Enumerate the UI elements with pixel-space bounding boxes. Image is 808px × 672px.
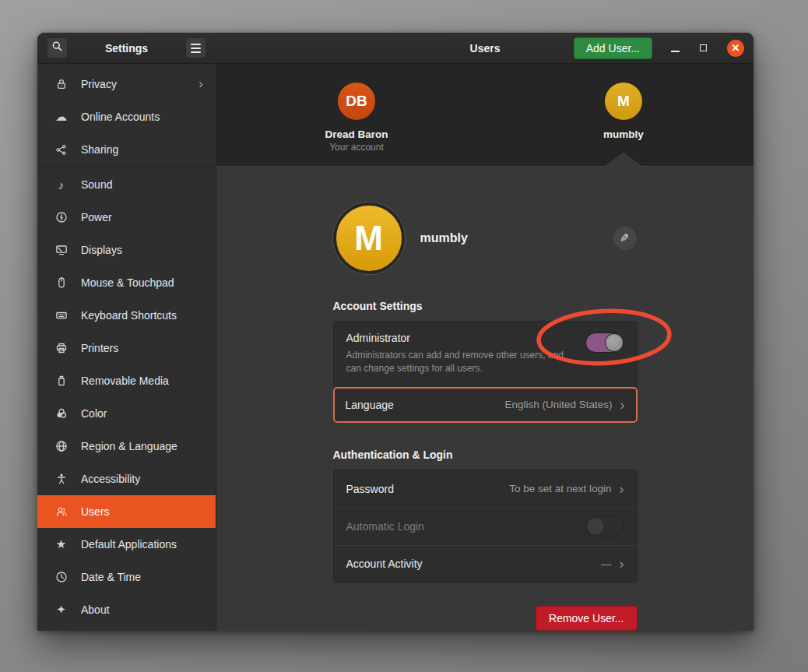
language-value: English (United States): [504, 399, 612, 410]
keyboard-icon: [54, 309, 68, 322]
toggle-knob: [605, 333, 624, 352]
administrator-label: Administrator: [346, 332, 624, 344]
user-detail-panel: M mumbly ✎ Account Settings Administrato…: [216, 166, 754, 631]
sidebar-item-region-language[interactable]: Region & Language: [37, 430, 216, 463]
language-label: Language: [346, 399, 394, 411]
maximize-icon[interactable]: [700, 44, 707, 51]
primary-menu-button[interactable]: [185, 37, 206, 58]
account-activity-label: Account Activity: [346, 558, 423, 570]
automatic-login-row: Automatic Login: [334, 508, 637, 545]
sidebar-item-mouse-touchpad[interactable]: Mouse & Touchpad: [37, 266, 216, 299]
administrator-row: Administrator Administrators can add and…: [334, 322, 637, 387]
administrator-toggle[interactable]: [585, 332, 624, 353]
selected-account-pointer: [606, 153, 641, 167]
rename-user-button[interactable]: ✎: [613, 226, 638, 251]
sidebar-item-color[interactable]: Color: [37, 397, 216, 430]
headerbar-main-section: Users Add User... ✕: [216, 33, 754, 63]
settings-window: Settings Users Add User... ✕: [37, 33, 754, 631]
profile-username: mumbly: [420, 231, 468, 245]
sidebar-item-default-applications[interactable]: ★ Default Applications: [37, 528, 216, 561]
toggle-knob: [586, 517, 605, 536]
sidebar: Privacy › ☁ Online Accounts Sharing ♪ So…: [37, 64, 216, 631]
sidebar-item-sound[interactable]: ♪ Sound: [37, 168, 216, 201]
printer-icon: [54, 342, 68, 355]
profile-avatar[interactable]: M: [333, 202, 405, 274]
account-activity-row[interactable]: Account Activity — ›: [334, 545, 637, 582]
automatic-login-label: Automatic Login: [346, 520, 424, 533]
account-name: mumbly: [561, 128, 686, 140]
sidebar-item-date-time[interactable]: Date & Time: [37, 561, 216, 593]
user-carousel: DB Dread Baron Your account M mumbly: [216, 64, 754, 166]
search-button[interactable]: [47, 37, 68, 58]
color-circles-icon: [54, 407, 68, 420]
account-name: Dread Baron: [294, 128, 419, 140]
mouse-icon: [54, 276, 68, 290]
desktop: Settings Users Add User... ✕: [0, 0, 808, 672]
sidebar-divider: [37, 167, 216, 167]
chevron-right-icon: ›: [198, 76, 203, 92]
sidebar-item-removable-media[interactable]: Removable Media: [37, 364, 216, 397]
password-value: To be set at next login: [509, 483, 611, 494]
avatar[interactable]: M: [605, 83, 642, 120]
account-dread-baron[interactable]: DB Dread Baron Your account: [294, 83, 419, 153]
close-icon[interactable]: ✕: [727, 40, 744, 57]
password-label: Password: [346, 483, 394, 495]
account-mumbly[interactable]: M mumbly: [561, 83, 686, 140]
headerbar-sidebar-section: Settings: [37, 33, 216, 63]
minimize-icon[interactable]: [671, 51, 680, 52]
avatar[interactable]: DB: [338, 83, 375, 120]
sidebar-item-online-accounts[interactable]: ☁ Online Accounts: [37, 100, 216, 133]
users-panel: DB Dread Baron Your account M mumbly M: [216, 64, 754, 631]
chevron-right-icon: ›: [620, 482, 624, 496]
sidebar-item-about[interactable]: ✦ About: [37, 593, 216, 626]
flash-drive-icon: [54, 375, 68, 388]
account-activity-value: —: [601, 558, 612, 570]
language-row[interactable]: Language English (United States) ›: [333, 387, 638, 423]
star-icon: ★: [54, 538, 68, 551]
auth-login-card: Password To be set at next login › Autom…: [333, 470, 638, 583]
cloud-icon: ☁: [54, 111, 68, 124]
automatic-login-toggle[interactable]: [585, 516, 624, 537]
lock-icon: [54, 78, 68, 91]
headerbar: Settings Users Add User... ✕: [37, 33, 754, 64]
sparkle-icon: ✦: [54, 603, 68, 617]
chevron-right-icon: ›: [620, 398, 625, 412]
sidebar-item-displays[interactable]: Displays: [37, 234, 216, 266]
account-subtitle: Your account: [294, 142, 419, 153]
account-settings-heading: Account Settings: [333, 300, 638, 312]
account-settings-card: Administrator Administrators can add and…: [333, 321, 638, 423]
administrator-description: Administrators can add and remove other …: [346, 349, 580, 376]
clock-icon: [54, 571, 68, 584]
add-user-button[interactable]: Add User...: [574, 37, 652, 59]
sidebar-item-accessibility[interactable]: Accessibility: [37, 463, 216, 495]
accessibility-icon: [54, 473, 68, 486]
chevron-right-icon: ›: [620, 557, 624, 571]
sidebar-item-power[interactable]: Power: [37, 201, 216, 234]
sidebar-item-sharing[interactable]: Sharing: [37, 133, 216, 166]
remove-user-button[interactable]: Remove User...: [536, 606, 637, 631]
search-icon: [51, 40, 63, 55]
sidebar-item-keyboard-shortcuts[interactable]: Keyboard Shortcuts: [37, 299, 216, 332]
music-note-icon: ♪: [54, 178, 68, 192]
window-controls: ✕: [671, 40, 744, 57]
users-icon: [54, 505, 68, 519]
pencil-icon: ✎: [620, 231, 630, 245]
power-icon: [54, 211, 68, 224]
share-icon: [54, 143, 68, 157]
profile-header: M mumbly ✎: [333, 202, 638, 274]
sidebar-item-printers[interactable]: Printers: [37, 332, 216, 364]
window-body: Privacy › ☁ Online Accounts Sharing ♪ So…: [37, 64, 754, 631]
password-row[interactable]: Password To be set at next login ›: [334, 470, 637, 508]
auth-login-heading: Authentication & Login: [333, 449, 638, 461]
hamburger-icon: [191, 44, 201, 45]
sidebar-item-privacy[interactable]: Privacy ›: [37, 68, 216, 100]
globe-icon: [54, 440, 68, 453]
sidebar-item-users[interactable]: Users: [37, 495, 216, 528]
display-icon: [54, 244, 68, 257]
